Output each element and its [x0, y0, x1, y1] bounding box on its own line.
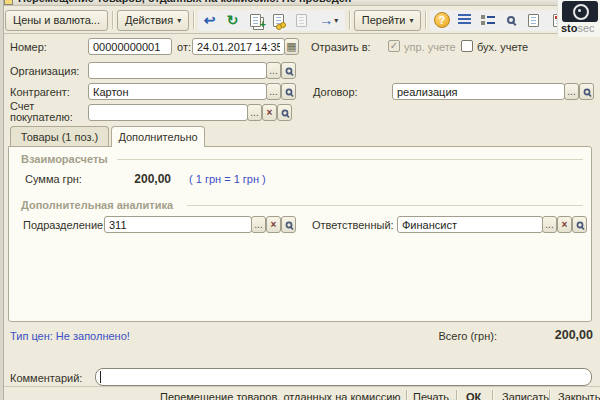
magnifier-icon	[507, 16, 515, 24]
reread-icon: ↩	[204, 12, 216, 28]
total-value: 200,00	[540, 328, 593, 342]
copy-document-button[interactable]: +	[244, 10, 267, 31]
invoice-select-button[interactable]: ...	[247, 104, 262, 121]
unpost-document-button[interactable]	[290, 10, 313, 31]
sum-value: 200,00	[99, 172, 171, 186]
mgmt-accounting-checkbox[interactable]: ✓	[388, 40, 400, 52]
refresh-icon: ↻	[227, 12, 239, 28]
prices-currency-button[interactable]: Цены и валюта...	[5, 10, 108, 31]
invoice-input[interactable]	[88, 104, 248, 121]
buh-accounting-checkbox[interactable]	[461, 40, 473, 52]
number-label: Номер:	[10, 41, 47, 53]
title-bar: Перемещение товаров, отданных на комисси…	[0, 0, 600, 6]
analytics-header: Дополнительная аналитика	[21, 199, 173, 211]
contract-label: Договор:	[313, 86, 358, 98]
price-type-warning[interactable]: Тип цен: Не заполнено!	[10, 330, 130, 342]
window-edge	[0, 0, 4, 400]
department-label: Подразделение:	[23, 219, 106, 231]
settlements-header: Взаиморасчеты	[21, 153, 108, 165]
chevron-down-icon: ▾	[177, 16, 181, 25]
text-caret	[100, 371, 101, 383]
list-icon	[458, 14, 471, 26]
magnifier-icon	[576, 221, 583, 228]
responsible-input[interactable]	[397, 216, 543, 233]
department-input[interactable]	[104, 216, 252, 233]
check-icon: ✓	[390, 40, 398, 51]
document-movements-button[interactable]: → ▾	[313, 10, 345, 31]
contract-open-button[interactable]	[579, 83, 594, 100]
close-button[interactable]: Закрыть	[558, 391, 600, 400]
magnifier-icon	[285, 67, 292, 74]
chevron-down-icon: ▾	[409, 16, 413, 25]
brand-bold: sto	[561, 22, 578, 34]
bar-separator	[456, 390, 457, 400]
organization-open-button[interactable]	[281, 62, 296, 79]
responsible-select-button[interactable]: ...	[542, 216, 557, 233]
ok-button[interactable]: ОК	[466, 391, 481, 400]
organization-input[interactable]	[88, 62, 267, 79]
unpost-document-icon	[296, 14, 307, 27]
save-button[interactable]: Записать	[502, 391, 549, 400]
calendar-button[interactable]: ▦	[284, 38, 299, 55]
tab-goods[interactable]: Товары (1 поз.)	[10, 126, 109, 146]
post-document-button[interactable]	[267, 10, 290, 31]
invoice-clear-button[interactable]: ×	[262, 104, 277, 121]
invoice-open-button[interactable]	[277, 104, 292, 121]
reflect-label: Отразить в:	[311, 41, 371, 53]
responsible-open-button[interactable]	[572, 216, 587, 233]
department-open-button[interactable]	[281, 216, 296, 233]
go-menu-button[interactable]: Перейти ▾	[354, 10, 422, 31]
group-line	[187, 205, 583, 206]
organization-label: Организация:	[10, 65, 79, 77]
date-input[interactable]	[192, 38, 285, 55]
structure-icon	[481, 14, 495, 26]
counterparty-label: Контрагент:	[10, 86, 70, 98]
mgmt-accounting-label: упр. учете	[404, 41, 456, 53]
reread-button[interactable]: ↩	[198, 10, 221, 31]
additional-tab-panel: Взаиморасчеты Сумма грн: 200,00 ( 1 грн …	[8, 146, 592, 322]
chevron-down-icon: ▾	[334, 16, 338, 25]
brand-light: sec	[578, 22, 595, 34]
organization-select-button[interactable]: ...	[266, 62, 281, 79]
help-button[interactable]: ?	[430, 10, 453, 31]
refresh-button[interactable]: ↻	[221, 10, 244, 31]
buh-accounting-label: бух. учете	[477, 41, 528, 53]
contract-select-button[interactable]: ...	[564, 83, 579, 100]
actions-menu-button[interactable]: Действия ▾	[117, 10, 189, 31]
help-icon: ?	[434, 12, 450, 28]
magnifier-icon	[285, 88, 292, 95]
group-line	[117, 159, 583, 160]
magnifier-icon	[281, 109, 288, 116]
bar-separator	[406, 390, 407, 400]
bottom-button-bar: Перемещение товаров, отданных на комисси…	[0, 386, 600, 400]
counterparty-select-button[interactable]: ...	[266, 83, 281, 100]
department-select-button[interactable]: ...	[251, 216, 266, 233]
comment-input[interactable]	[95, 368, 592, 386]
contract-input[interactable]	[392, 83, 565, 100]
doc-action-button[interactable]: Перемещение товаров, отданных на комисси…	[160, 391, 401, 400]
document-icon	[4, 0, 13, 5]
responsible-clear-button[interactable]: ×	[557, 216, 572, 233]
toolbar-separator	[349, 11, 350, 29]
document-window: Перемещение товаров, отданных на комисси…	[0, 0, 600, 400]
find-in-list-button[interactable]	[499, 10, 522, 31]
report-button[interactable]	[522, 10, 545, 31]
magnifier-icon	[285, 221, 292, 228]
counterparty-open-button[interactable]	[281, 83, 296, 100]
invoice-label: Счет покупателю:	[10, 101, 86, 123]
department-clear-button[interactable]: ×	[266, 216, 281, 233]
sum-label: Сумма грн:	[25, 173, 82, 185]
number-input[interactable]	[88, 38, 172, 55]
structure-button[interactable]	[476, 10, 499, 31]
toolbar-separator	[193, 11, 194, 29]
subordination-list-button[interactable]	[453, 10, 476, 31]
copy-icon: +	[250, 14, 261, 27]
total-label: Всего (грн):	[420, 330, 497, 342]
counterparty-input[interactable]	[88, 83, 267, 100]
movements-arrow-icon: →	[319, 12, 333, 28]
window-title: Перемещение товаров, отданных на комисси…	[18, 0, 351, 4]
comment-label: Комментарий:	[10, 372, 82, 384]
print-button[interactable]: Печать...	[413, 391, 458, 400]
toolbar-separator	[112, 11, 113, 29]
tab-additional[interactable]: Дополнительно	[111, 126, 205, 147]
